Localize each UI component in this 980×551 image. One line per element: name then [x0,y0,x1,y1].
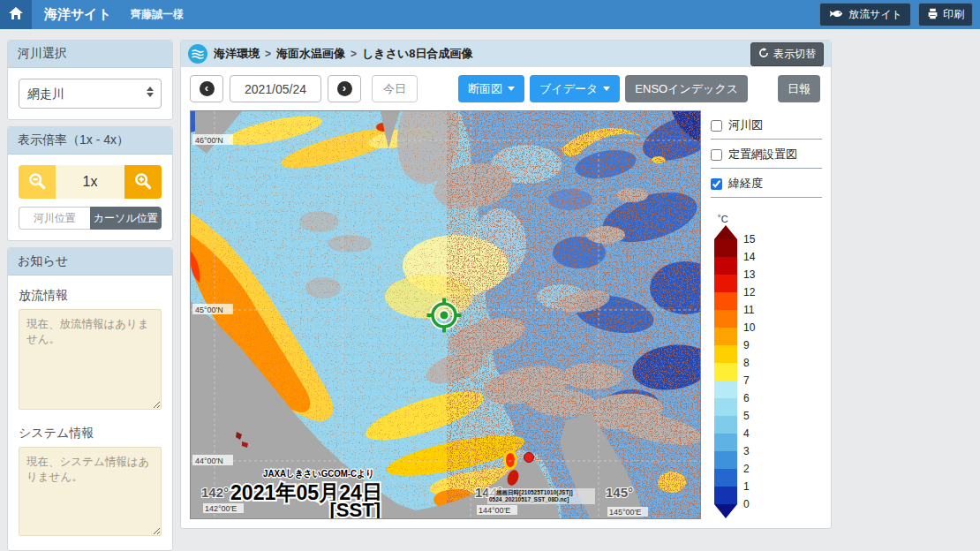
notices-header: お知らせ [8,248,172,276]
colorbar-tick: 14 [743,251,755,263]
colorbar-tick: 11 [743,304,754,316]
zoom-out-button[interactable] [19,165,56,199]
colorbar-segment [714,451,737,469]
colorbar-segments [714,239,737,504]
printer-icon [927,8,939,22]
breadcrumb-item-environment[interactable]: 海洋環境 [214,46,260,62]
date-input[interactable] [230,75,321,102]
lat-label-44: 44°00'N [195,457,223,465]
lon-label-large-142: 142° [201,485,229,500]
map-credit: JAXAしきさいGCOM-Cより [263,468,374,479]
ocean-wave-icon [188,44,207,64]
lat-label-46: 46°00'N [195,136,223,145]
chevron-right-icon: › [337,81,352,96]
river-position-button[interactable]: 河川位置 [19,207,90,230]
colorbar-tick: 1 [743,480,750,493]
magnification-card: 表示倍率（1x - 4x） 1x 河川位 [7,126,173,241]
caret-down-icon [603,87,610,91]
magnifier-minus-icon [28,172,46,192]
date-toolbar: ‹ › 今日 断面図 ブイデータ ENSOインデックス 日報 [181,67,831,110]
today-button[interactable]: 今日 [372,75,418,102]
release-info-textarea[interactable]: 現在、放流情報はありません。 [19,309,162,410]
graticule-checkbox[interactable] [711,178,722,190]
layer-row-river-map[interactable]: 河川図 [711,110,822,140]
lon-label-144: 144°00'E [479,506,510,515]
river-select-card: 河川選択 網走川 [7,40,173,120]
previous-day-button[interactable]: ‹ [190,75,223,102]
enso-index-button[interactable]: ENSOインデックス [625,75,748,102]
legend-arrow-top [714,225,737,239]
colorbar-tick: 8 [743,357,750,369]
map-product-caption: [SST] [330,499,381,518]
breadcrumb: 海洋環境 > 海面水温画像 > しきさい8日合成画像 表示切替 [181,41,831,67]
lon-label-142: 142°00'E [205,504,237,513]
colorbar-segment [714,416,737,434]
home-icon [9,7,23,23]
cross-section-button[interactable]: 断面図 [458,75,524,102]
caret-down-icon [508,87,515,91]
zoom-level-display: 1x [56,165,124,199]
colorbar-tick: 3 [743,445,750,457]
colorbar-tick: 0 [743,498,750,510]
main-panel: 海洋環境 > 海面水温画像 > しきさい8日合成画像 表示切替 ‹ › 今日 断… [180,40,832,529]
colorbar-tick: 9 [743,339,750,351]
colorbar-segment [714,487,737,504]
colorbar-tick: 10 [743,321,755,334]
colorbar-tick: 13 [743,268,755,281]
colorbar-segment [714,345,737,363]
magnifier-plus-icon [134,172,152,192]
sidebar: 河川選択 網走川 表示倍率（1x - 4x） [7,40,173,551]
toggle-view-button[interactable]: 表示切替 [750,42,824,66]
system-info-textarea[interactable]: 現在、システム情報はありません。 [19,447,162,536]
print-button[interactable]: 印刷 [918,3,973,26]
release-site-button[interactable]: 放流サイト [819,3,911,26]
next-day-button[interactable]: › [328,75,361,102]
daily-report-button[interactable]: 日報 [778,75,820,102]
colorbar-segment [714,275,737,292]
colorbar-ticks: 1514131211109876543210 [743,239,770,504]
refresh-icon [758,48,769,61]
colorbar-segment [714,469,737,487]
temperature-legend: ˚C 1514131211109876543210 [711,214,822,518]
colorbar-segment [714,398,737,416]
render-note-line2: 0524_20210517_SST_08D.nc] [489,496,569,503]
colorbar-tick: 15 [743,233,755,245]
user-name: 齊藤誠一様 [131,7,184,22]
colorbar-segment [714,292,737,310]
river-map-checkbox[interactable] [711,120,722,132]
fixed-net-checkbox[interactable] [711,149,722,161]
breadcrumb-separator: > [265,48,271,60]
colorbar-tick: 4 [743,427,750,440]
render-note-line1: 描画日時[210525T1010(JST)] [495,489,573,496]
colorbar-segment [714,328,737,345]
layer-row-graticule[interactable]: 緯経度 [711,169,822,198]
home-button[interactable] [0,0,32,29]
layer-row-fixed-net[interactable]: 定置網設置図 [711,140,822,169]
colorbar-segment [714,363,737,381]
lon-label-145: 145°00'E [609,508,641,517]
notices-card: お知らせ 放流情報 現在、放流情報はありません。 システム情報 現在、システム情… [7,247,173,551]
sst-map[interactable]: 46°00'N 45°00'N 44°00'N 142° 144° 145° 1… [190,110,701,519]
breadcrumb-item-composite[interactable]: しきさい8日合成画像 [362,46,472,62]
breadcrumb-item-sst-image[interactable]: 海面水温画像 [276,46,345,62]
fish-icon [828,9,844,21]
colorbar-segment [714,257,737,275]
river-select[interactable]: 網走川 [19,79,162,109]
cursor-position-button[interactable]: カーソル位置 [90,207,162,230]
legend-arrow-bottom [714,504,737,518]
colorbar-segment [714,434,737,451]
colorbar-tick: 2 [743,463,750,475]
colorbar-tick: 7 [743,374,750,387]
colorbar-tick: 5 [743,410,750,422]
zoom-in-button[interactable] [124,165,162,199]
layer-panel: 河川図 定置網設置図 緯経度 ˚C 1514131211109 [701,110,822,519]
buoy-data-button[interactable]: ブイデータ [530,75,620,102]
legend-unit: ˚C [714,214,822,224]
colorbar-tick: 12 [743,286,755,298]
river-select-header: 河川選択 [8,41,172,68]
system-info-label: システム情報 [19,426,162,442]
colorbar-segment [714,239,737,257]
chevron-left-icon: ‹ [200,81,215,96]
site-title: 海洋サイト [44,6,111,23]
colorbar-segment [714,381,737,398]
